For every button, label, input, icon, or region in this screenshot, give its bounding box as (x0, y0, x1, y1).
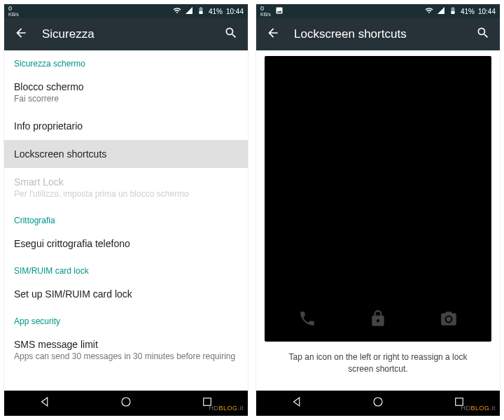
nav-back-icon[interactable] (290, 396, 303, 411)
section-sim-lock: SIM/RUIM card lock (4, 258, 248, 280)
search-icon[interactable] (224, 26, 238, 43)
svg-point-3 (374, 398, 382, 406)
battery-percent: 41% (209, 8, 223, 15)
clock: 10:44 (478, 8, 496, 15)
page-title: Sicurezza (42, 27, 210, 41)
wifi-icon (425, 6, 433, 16)
appbar: Sicurezza (4, 18, 248, 50)
section-screen-security: Sicurezza schermo (4, 50, 248, 73)
clock: 10:44 (226, 8, 244, 15)
hint-text: Tap an icon on the left or right to reas… (265, 342, 491, 385)
navbar: HDBLOG.it (256, 391, 500, 416)
net-speed-value: 0 (260, 6, 271, 12)
setting-owner-info[interactable]: Info proprietario (4, 112, 248, 140)
svg-point-2 (447, 317, 451, 322)
battery-icon (449, 6, 457, 16)
nav-home-icon[interactable] (120, 396, 132, 411)
net-speed-unit: KB/s (8, 12, 19, 17)
svg-point-0 (122, 398, 130, 406)
camera-icon[interactable] (440, 309, 458, 330)
nav-back-icon[interactable] (38, 396, 51, 411)
wifi-icon (173, 6, 181, 16)
settings-list[interactable]: Sicurezza schermo Blocco schermo Fai sco… (4, 50, 248, 391)
phone-left: 0 KB/s 41% 10:44 Sicurezza Sicurezza sch… (4, 4, 248, 416)
battery-percent: 41% (461, 8, 475, 15)
back-icon[interactable] (266, 26, 280, 43)
setting-encrypt-phone[interactable]: Esegui crittografia telefono (4, 230, 248, 258)
statusbar: 0 KB/s 41% 10:44 (256, 4, 500, 18)
lock-icon (369, 309, 387, 330)
watermark: HDBLOG.it (209, 405, 244, 412)
back-icon[interactable] (14, 26, 28, 43)
battery-icon (197, 6, 205, 16)
image-notification-icon (275, 6, 284, 16)
setting-lockscreen-shortcuts[interactable]: Lockscreen shortcuts (4, 140, 248, 168)
signal-icon (437, 6, 445, 16)
section-app-security: App security (4, 308, 248, 330)
phone-icon[interactable] (298, 309, 316, 330)
setting-sim-setup[interactable]: Set up SIM/RUIM card lock (4, 280, 248, 308)
statusbar: 0 KB/s 41% 10:44 (4, 4, 248, 18)
setting-sms-limit[interactable]: SMS message limit Apps can send 30 messa… (4, 330, 248, 370)
page-title: Lockscreen shortcuts (294, 27, 462, 41)
appbar: Lockscreen shortcuts (256, 18, 500, 50)
nav-home-icon[interactable] (372, 396, 384, 411)
navbar: HDBLOG.it (4, 391, 248, 416)
phone-right: 0 KB/s 41% 10:44 Lockscreen shortcuts Ta… (255, 4, 500, 416)
setting-screen-lock[interactable]: Blocco schermo Fai scorrere (4, 73, 248, 112)
search-icon[interactable] (476, 26, 490, 43)
net-speed-value: 0 (8, 6, 19, 12)
watermark: HDBLOG.it (461, 405, 496, 412)
setting-smart-lock: Smart Lock Per l'utilizzo, imposta prima… (4, 168, 248, 207)
preview-area: Tap an icon on the left or right to reas… (256, 50, 500, 391)
lockscreen-preview (265, 56, 491, 342)
section-encryption: Crittografia (4, 207, 248, 230)
signal-icon (185, 6, 193, 16)
net-speed-unit: KB/s (260, 12, 271, 17)
